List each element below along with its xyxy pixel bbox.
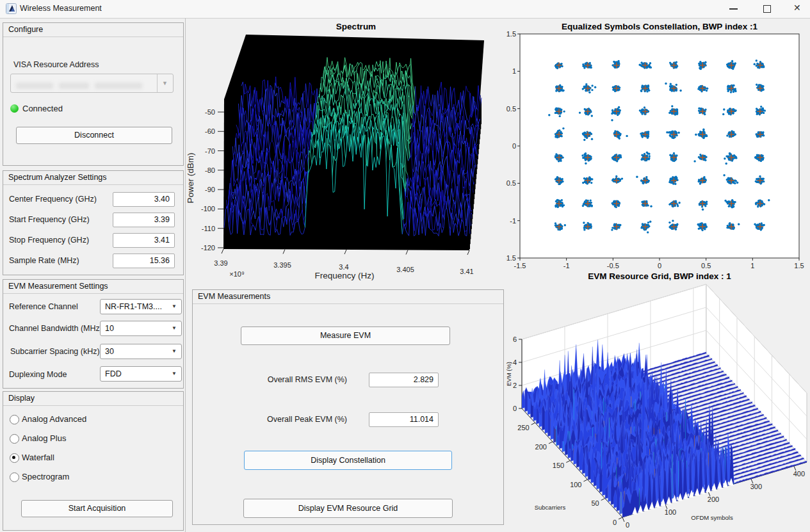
display-panel-title: Display bbox=[3, 392, 183, 406]
svg-text:200: 200 bbox=[708, 496, 719, 503]
svg-text:-80: -80 bbox=[205, 166, 215, 174]
channel-bandwidth-dropdown[interactable]: 10▼ bbox=[100, 321, 182, 336]
svg-text:-120: -120 bbox=[201, 244, 215, 252]
display-constellation-button[interactable]: Display Constellation bbox=[244, 451, 452, 470]
subcarrier-spacing-label: Subcarrier Spacing (kHz) bbox=[10, 347, 100, 356]
svg-text:-0.5: -0.5 bbox=[506, 179, 516, 187]
chevron-down-icon: ▼ bbox=[172, 300, 177, 314]
rms-evm-label: Overall RMS EVM (%) bbox=[233, 375, 347, 384]
visa-dropdown-arrow-button[interactable]: ▼ bbox=[157, 74, 173, 92]
chevron-down-icon: ▼ bbox=[172, 344, 177, 359]
radio-icon bbox=[10, 415, 19, 424]
sample-rate-field[interactable]: 15.36 bbox=[113, 254, 175, 268]
svg-text:3.395: 3.395 bbox=[273, 261, 291, 269]
svg-text:300: 300 bbox=[750, 483, 762, 490]
svg-text:-1: -1 bbox=[563, 262, 570, 270]
evmgrid-xlabel: OFDM symbols bbox=[691, 514, 733, 521]
radio-icon bbox=[10, 434, 19, 444]
svg-text:0: 0 bbox=[658, 262, 661, 270]
constellation-title: Equalized Symbols Constellation, BWP ind… bbox=[562, 22, 757, 31]
svg-text:250: 250 bbox=[517, 424, 529, 431]
svg-text:0: 0 bbox=[512, 142, 516, 150]
display-evm-resource-grid-button[interactable]: Display EVM Resource Grid bbox=[243, 499, 453, 518]
sample-rate-label: Sample Rate (MHz) bbox=[9, 256, 79, 265]
evm-settings-title: EVM Measurement Settings bbox=[3, 280, 183, 294]
evmgrid-title: EVM Resource Grid, BWP index : 1 bbox=[588, 271, 731, 281]
maximize-button[interactable] bbox=[756, 0, 779, 17]
evmgrid-zlabel: EVM (%) bbox=[506, 362, 512, 386]
spectrum-plot: -50-60-70-80-90-100-110-1203.393.3953.43… bbox=[186, 19, 506, 282]
svg-text:1: 1 bbox=[750, 262, 754, 270]
reference-channel-label: Reference Channel bbox=[9, 302, 78, 311]
visa-resource-combobox[interactable]: ▼ bbox=[10, 74, 174, 93]
reference-channel-dropdown[interactable]: NR-FR1-TM3....▼ bbox=[100, 299, 182, 314]
svg-text:-0.5: -0.5 bbox=[607, 262, 619, 270]
measure-evm-button[interactable]: Measure EVM bbox=[241, 326, 450, 345]
connection-status-led bbox=[10, 104, 19, 113]
svg-text:3.405: 3.405 bbox=[396, 266, 414, 273]
svg-text:1.5: 1.5 bbox=[506, 30, 516, 38]
svg-text:0: 0 bbox=[626, 521, 629, 529]
evm-resource-grid-plot: 02460501001502002500100200300400EVM (%)S… bbox=[506, 270, 810, 532]
svg-text:3.41: 3.41 bbox=[460, 268, 473, 275]
subcarrier-spacing-dropdown[interactable]: 30▼ bbox=[100, 344, 182, 359]
start-frequency-label: Start Frequency (GHz) bbox=[9, 215, 90, 224]
configure-panel-title: Configure bbox=[3, 23, 183, 37]
display-panel: Display Analog Advanced Analog Plus Wate… bbox=[3, 391, 184, 531]
svg-text:-110: -110 bbox=[202, 225, 215, 232]
duplexing-mode-dropdown[interactable]: FDD▼ bbox=[100, 366, 182, 382]
svg-text:-90: -90 bbox=[205, 186, 215, 193]
evmgrid-ylabel: Subcarriers bbox=[535, 504, 566, 511]
spectrum-title: Spectrum bbox=[336, 22, 376, 31]
svg-text:2: 2 bbox=[513, 382, 517, 389]
spectrum-x-exponent: ×10⁹ bbox=[229, 270, 244, 278]
svg-text:-1: -1 bbox=[510, 217, 516, 225]
chevron-down-icon: ▼ bbox=[162, 80, 168, 86]
maximize-icon bbox=[763, 5, 771, 13]
spectrum-analyzer-settings-panel: Spectrum Analyzer Settings Center Freque… bbox=[3, 170, 184, 275]
svg-text:-70: -70 bbox=[205, 147, 215, 155]
minimize-icon bbox=[729, 8, 738, 10]
svg-text:150: 150 bbox=[553, 462, 564, 469]
svg-text:200: 200 bbox=[535, 443, 547, 451]
peak-evm-field[interactable]: 11.014 bbox=[369, 412, 439, 427]
app-icon bbox=[6, 3, 17, 14]
close-button[interactable]: ✕ bbox=[787, 0, 810, 17]
svg-text:0.5: 0.5 bbox=[506, 105, 516, 113]
rms-evm-field[interactable]: 2.829 bbox=[369, 373, 439, 387]
chevron-down-icon: ▼ bbox=[172, 367, 177, 381]
svg-text:50: 50 bbox=[591, 499, 599, 507]
svg-text:100: 100 bbox=[665, 508, 676, 516]
evm-measurements-title: EVM Measurements bbox=[193, 290, 503, 304]
connection-status-text: Connected bbox=[22, 104, 63, 113]
stop-frequency-field[interactable]: 3.41 bbox=[113, 233, 175, 248]
peak-evm-label: Overall Peak EVM (%) bbox=[233, 415, 347, 424]
channel-bandwidth-label: Channel Bandwidth (MHz) bbox=[9, 324, 102, 333]
radio-icon bbox=[10, 453, 19, 463]
svg-text:-100: -100 bbox=[201, 205, 215, 213]
duplexing-mode-label: Duplexing Mode bbox=[9, 370, 67, 379]
spectrum-settings-title: Spectrum Analyzer Settings bbox=[3, 171, 183, 185]
svg-text:6: 6 bbox=[513, 335, 517, 343]
svg-text:-60: -60 bbox=[205, 127, 215, 135]
spectrum-xlabel: Frequency (Hz) bbox=[314, 271, 374, 280]
evm-measurement-settings-panel: EVM Measurement Settings Reference Chann… bbox=[3, 279, 184, 389]
svg-text:1.5: 1.5 bbox=[794, 262, 804, 270]
center-frequency-field[interactable]: 3.40 bbox=[113, 192, 175, 207]
window-title: Wireless Measurement bbox=[20, 4, 102, 13]
start-acquisition-button[interactable]: Start Acquisition bbox=[21, 500, 173, 517]
svg-text:4: 4 bbox=[513, 359, 517, 366]
visa-resource-label: VISA Resource Address bbox=[13, 60, 99, 69]
radio-icon bbox=[10, 472, 19, 482]
minimize-button[interactable] bbox=[722, 0, 745, 17]
evm-measurements-panel: EVM Measurements Measure EVM Overall RMS… bbox=[192, 289, 504, 525]
svg-text:-1.5: -1.5 bbox=[514, 262, 526, 270]
svg-text:1: 1 bbox=[512, 67, 516, 75]
svg-text:-1.5: -1.5 bbox=[506, 254, 516, 262]
start-frequency-field[interactable]: 3.39 bbox=[113, 213, 175, 227]
disconnect-button[interactable]: Disconnect bbox=[16, 127, 172, 144]
center-frequency-label: Center Frequency (GHz) bbox=[9, 195, 97, 204]
svg-text:-50: -50 bbox=[205, 108, 215, 116]
wireless-measurement-window: Wireless Measurement ✕ Configure VISA Re… bbox=[0, 0, 810, 532]
stop-frequency-label: Stop Frequency (GHz) bbox=[9, 236, 89, 245]
